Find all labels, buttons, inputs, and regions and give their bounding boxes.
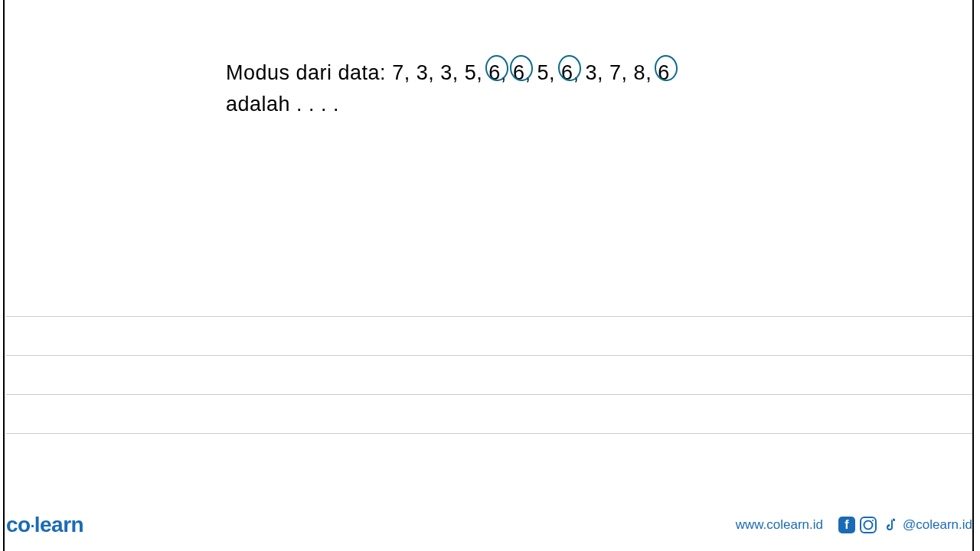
data-value: 6,	[513, 57, 531, 89]
data-value: 6,	[561, 57, 580, 89]
social-icons: f @colearn.id	[838, 517, 972, 533]
data-value: 3,	[440, 61, 459, 84]
question-content: Modus dari data: 7, 3, 3, 5, 6, 6, 5, 6,…	[226, 57, 766, 119]
ruled-line	[6, 394, 972, 433]
logo: co·learn	[6, 513, 83, 537]
data-value: 7,	[392, 61, 410, 84]
data-value: 3,	[416, 61, 435, 84]
question-prefix: Modus dari data:	[226, 61, 386, 84]
question-suffix: adalah . . . .	[226, 93, 339, 116]
instagram-icon	[860, 517, 877, 533]
ruled-line	[6, 355, 972, 394]
data-sequence: 7, 3, 3, 5, 6, 6, 5, 6, 3, 7, 8, 6	[392, 61, 670, 84]
question-text: Modus dari data: 7, 3, 3, 5, 6, 6, 5, 6,…	[226, 57, 766, 119]
logo-part2: learn	[34, 513, 83, 536]
ruled-line	[6, 433, 972, 472]
logo-part1: co	[6, 513, 31, 536]
data-value: 6,	[488, 57, 507, 89]
tiktok-icon	[881, 517, 898, 533]
facebook-icon: f	[838, 517, 855, 533]
social-handle: @colearn.id	[903, 517, 972, 533]
ruled-line	[6, 316, 972, 355]
footer-right: www.colearn.id f @colearn.id	[736, 517, 972, 533]
data-value: 8,	[634, 61, 652, 84]
data-value: 3,	[586, 61, 604, 84]
data-value: 5,	[537, 61, 555, 84]
data-value: 5,	[465, 61, 483, 84]
data-value: 6	[658, 57, 670, 89]
footer: co·learn www.colearn.id f @colearn.id	[6, 513, 972, 537]
data-value: 7,	[609, 61, 628, 84]
website-url: www.colearn.id	[736, 517, 823, 533]
ruled-lines	[6, 316, 972, 472]
